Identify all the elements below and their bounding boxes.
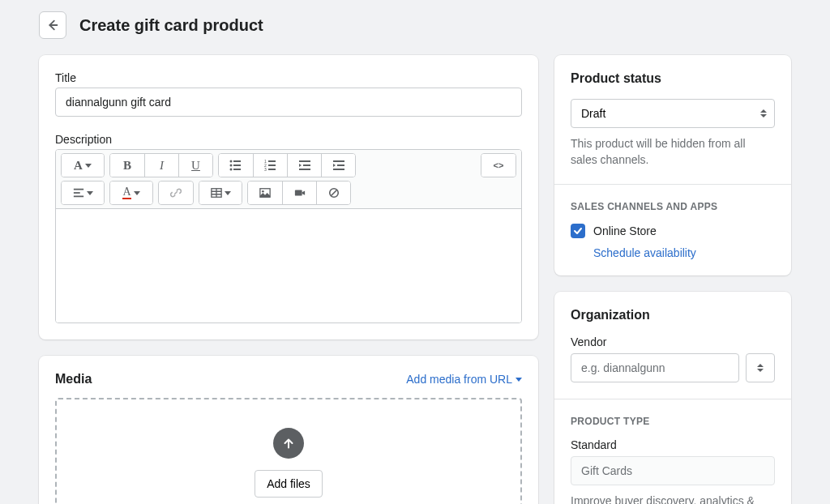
rte-paragraph-style[interactable]: A — [62, 154, 104, 177]
product-status-card: Product status Draft This product will b… — [554, 55, 791, 275]
svg-point-0 — [230, 160, 233, 163]
table-icon — [211, 187, 222, 199]
rte-text-color[interactable]: A — [110, 182, 152, 204]
svg-rect-13 — [303, 164, 310, 166]
sales-channels-heading: Sales Channels and Apps — [571, 201, 775, 212]
rich-text-editor: A B I U — [55, 149, 522, 323]
numbered-list-icon: 123 — [264, 159, 277, 172]
svg-rect-19 — [73, 192, 79, 194]
title-input[interactable] — [55, 88, 522, 117]
svg-rect-14 — [299, 169, 310, 170]
rte-image[interactable] — [248, 182, 282, 204]
rte-link[interactable] — [159, 182, 193, 204]
rte-bold[interactable]: B — [110, 154, 144, 177]
bullet-list-icon — [229, 159, 242, 172]
rte-html-view[interactable]: <> — [481, 154, 516, 177]
rte-video[interactable] — [282, 182, 316, 204]
rte-outdent[interactable] — [287, 154, 321, 177]
standard-label: Standard — [571, 438, 775, 451]
svg-rect-5 — [233, 169, 241, 170]
online-store-checkbox[interactable] — [571, 224, 585, 238]
description-label: Description — [55, 133, 522, 146]
svg-rect-20 — [73, 196, 83, 198]
svg-rect-17 — [333, 169, 344, 170]
svg-line-29 — [331, 190, 336, 196]
rte-italic[interactable]: I — [144, 154, 178, 177]
rte-indent[interactable] — [321, 154, 355, 177]
rte-toolbar: A B I U — [56, 150, 521, 209]
add-files-button[interactable]: Add files — [255, 470, 323, 498]
svg-rect-15 — [333, 160, 344, 162]
product-status-heading: Product status — [571, 71, 775, 86]
rte-bullet-list[interactable] — [219, 154, 253, 177]
media-card: Media Add media from URL Add files — [39, 356, 538, 504]
link-icon — [170, 187, 182, 199]
svg-point-4 — [230, 169, 233, 171]
rte-underline[interactable]: U — [178, 154, 212, 177]
product-status-select[interactable]: Draft — [571, 99, 775, 128]
check-icon — [573, 226, 583, 236]
media-dropzone[interactable]: Add files — [55, 398, 522, 504]
select-caret-icon — [757, 364, 764, 372]
page-header: Create gift card product — [39, 11, 791, 39]
svg-rect-18 — [73, 189, 83, 190]
product-type-help: Improve buyer discovery, analytics & — [571, 493, 775, 504]
arrow-left-icon — [45, 18, 60, 32]
rte-clear-format[interactable] — [316, 182, 350, 204]
upload-icon — [273, 428, 304, 459]
chevron-down-icon — [516, 378, 522, 382]
description-editor[interactable] — [56, 209, 521, 322]
svg-rect-12 — [299, 160, 310, 162]
media-heading: Media — [55, 372, 92, 387]
svg-rect-1 — [233, 160, 241, 162]
status-help-text: This product will be hidden from all sal… — [571, 136, 775, 168]
chevron-down-icon — [225, 191, 231, 195]
vendor-picker-button[interactable] — [746, 353, 775, 382]
svg-rect-11 — [268, 169, 276, 170]
page-title: Create gift card product — [79, 16, 263, 35]
title-card: Title Description A — [39, 55, 538, 340]
align-left-icon — [73, 187, 84, 199]
chevron-down-icon — [85, 164, 92, 168]
svg-point-26 — [262, 190, 264, 193]
schedule-availability-link[interactable]: Schedule availability — [593, 246, 775, 259]
clear-format-icon — [328, 187, 340, 199]
image-icon — [259, 187, 271, 199]
vendor-input[interactable] — [571, 353, 739, 382]
svg-point-2 — [230, 164, 233, 167]
add-media-url-link[interactable]: Add media from URL — [406, 373, 522, 386]
svg-rect-27 — [294, 190, 302, 196]
title-label: Title — [55, 71, 522, 84]
svg-rect-9 — [268, 164, 276, 166]
rte-numbered-list[interactable]: 123 — [253, 154, 287, 177]
chevron-down-icon — [87, 191, 93, 195]
outdent-icon — [298, 159, 311, 172]
standard-type-display[interactable]: Gift Cards — [571, 456, 775, 485]
rte-table[interactable] — [199, 182, 242, 204]
svg-rect-3 — [233, 164, 241, 166]
online-store-label: Online Store — [593, 224, 657, 237]
organization-card: Organization Vendor Product Type St — [554, 292, 791, 504]
svg-text:3: 3 — [264, 167, 267, 172]
back-button[interactable] — [39, 11, 66, 39]
svg-rect-7 — [268, 160, 276, 162]
indent-icon — [332, 159, 345, 172]
organization-heading: Organization — [571, 308, 775, 322]
vendor-label: Vendor — [571, 335, 775, 348]
rte-align[interactable] — [62, 182, 104, 204]
video-icon — [294, 187, 306, 199]
product-type-heading: Product Type — [571, 416, 775, 427]
chevron-down-icon — [134, 191, 140, 195]
svg-rect-16 — [337, 164, 344, 166]
